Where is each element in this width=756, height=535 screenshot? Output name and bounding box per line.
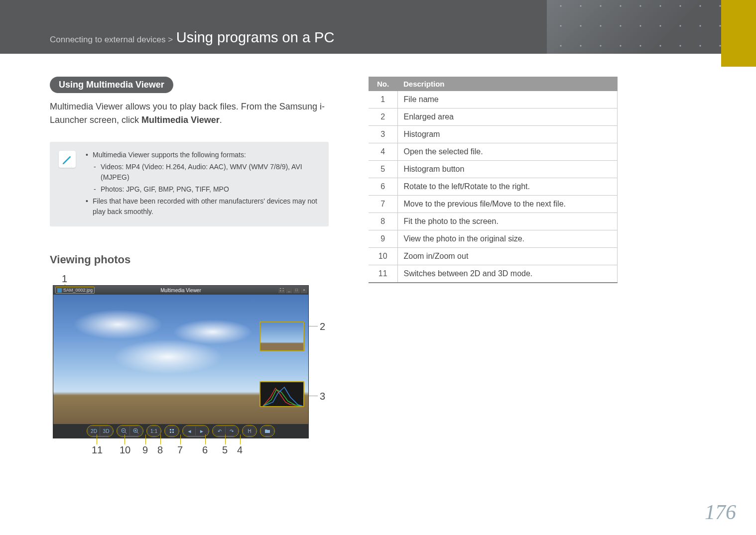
- file-icon: [57, 288, 62, 293]
- callout-8-line: [160, 434, 161, 444]
- callout-2: 2: [320, 321, 325, 332]
- maximize-icon[interactable]: □: [293, 287, 300, 293]
- viewer-filename: SAM_0002.jpg: [55, 287, 95, 294]
- table-row: 3Histogram: [369, 126, 618, 143]
- viewer-toolbar: 2D 3D 1:1 ◄ ►: [53, 424, 308, 438]
- table-row: 11Switches between 2D and 3D mode.: [369, 265, 618, 283]
- fit-screen-icon: [169, 428, 175, 434]
- viewer-window: SAM_0002.jpg Multimedia Viewer ⛶ _ □ ×: [53, 285, 309, 438]
- callout-9-line: [145, 434, 146, 444]
- page-number: 176: [705, 500, 736, 524]
- histogram-graph: [260, 382, 304, 407]
- table-row: 4Open the selected file.: [369, 143, 618, 161]
- table-cell-desc: Histogram: [397, 126, 618, 143]
- table-row: 1File name: [369, 91, 618, 108]
- intro-text-2: .: [220, 115, 222, 125]
- callout-7-line: [180, 434, 181, 444]
- table-row: 2Enlarged area: [369, 108, 618, 126]
- rotate-left-button[interactable]: ↶: [214, 427, 226, 435]
- svg-line-5: [137, 432, 138, 433]
- table-cell-no: 5: [369, 161, 397, 178]
- note-sub-2: Photos: JPG, GIF, BMP, PNG, TIFF, MPO: [86, 184, 319, 195]
- breadcrumb-current: Using programs on a PC: [176, 29, 335, 45]
- viewer-titlebar: SAM_0002.jpg Multimedia Viewer ⛶ _ □ ×: [53, 286, 308, 295]
- table-cell-no: 6: [369, 178, 397, 196]
- table-cell-no: 3: [369, 126, 397, 143]
- section-title-pill: Using Multimedia Viewer: [50, 77, 173, 93]
- callout-1: 1: [62, 273, 67, 285]
- callout-3-line: [309, 396, 318, 396]
- table-cell-desc: Enlarged area: [397, 108, 618, 126]
- subheading-viewing-photos: Viewing photos: [50, 253, 329, 266]
- callout-2-line: [309, 326, 318, 326]
- mode-2d-button[interactable]: 2D: [88, 427, 100, 435]
- table-row: 9View the photo in the original size.: [369, 230, 618, 248]
- callout-8: 8: [157, 444, 163, 456]
- svg-rect-9: [172, 429, 174, 430]
- viewer-app-title: Multimedia Viewer: [160, 288, 201, 293]
- table-cell-no: 11: [369, 265, 397, 283]
- table-cell-desc: Histogram button: [397, 161, 618, 178]
- histogram-button-group: H: [243, 426, 256, 436]
- svg-rect-0: [57, 288, 62, 293]
- histogram-button[interactable]: H: [244, 427, 255, 435]
- intro-text-bold: Multimedia Viewer: [141, 115, 220, 125]
- intro-paragraph: Multimedia Viewer allows you to play bac…: [50, 100, 329, 127]
- open-file-button[interactable]: [261, 427, 273, 435]
- mode-2d-3d-group: 2D 3D: [88, 426, 113, 436]
- table-cell-no: 2: [369, 108, 397, 126]
- table-cell-desc: File name: [397, 91, 618, 108]
- callout-5: 5: [222, 444, 228, 456]
- svg-rect-11: [172, 431, 174, 433]
- cloud-3: [113, 339, 223, 374]
- description-table: No. Description 1File name2Enlarged area…: [369, 77, 618, 283]
- table-row: 6Rotate to the left/Rotate to the right.: [369, 178, 618, 196]
- callout-11-line: [97, 434, 97, 444]
- close-icon[interactable]: ×: [301, 287, 307, 293]
- table-row: 10Zoom in/Zoom out: [369, 248, 618, 265]
- note-icon: [59, 151, 76, 168]
- callout-11: 11: [92, 444, 103, 456]
- open-file-group: [261, 426, 274, 436]
- svg-line-2: [125, 432, 126, 433]
- original-size-button[interactable]: 1:1: [148, 427, 160, 435]
- callout-4: 4: [237, 444, 243, 456]
- enlarged-area-panel: [259, 321, 304, 351]
- fit-screen-button[interactable]: [166, 427, 178, 435]
- breadcrumb: Connecting to external devices > Using p…: [50, 29, 334, 46]
- zoom-out-icon: [121, 428, 127, 434]
- callout-6-line: [205, 434, 206, 444]
- svg-rect-8: [170, 429, 171, 430]
- zoom-in-button[interactable]: [130, 427, 142, 435]
- breadcrumb-parent: Connecting to external devices >: [50, 35, 173, 44]
- table-cell-desc: View the photo in the original size.: [397, 230, 618, 248]
- table-cell-no: 8: [369, 213, 397, 230]
- cloud-1: [73, 310, 163, 339]
- next-file-button[interactable]: ►: [196, 427, 208, 435]
- table-cell-desc: Open the selected file.: [397, 143, 618, 161]
- table-header-desc: Description: [397, 77, 618, 91]
- fit-screen-group: [165, 426, 178, 436]
- rotate-right-button[interactable]: ↷: [226, 427, 238, 435]
- mode-3d-button[interactable]: 3D: [100, 427, 112, 435]
- note-sub-1: Videos: MP4 (Video: H.264, Audio: AAC), …: [86, 162, 319, 183]
- folder-icon: [264, 428, 270, 433]
- table-cell-no: 10: [369, 248, 397, 265]
- table-cell-no: 9: [369, 230, 397, 248]
- original-size-group: 1:1: [147, 426, 160, 436]
- prev-file-button[interactable]: ◄: [184, 427, 196, 435]
- table-cell-desc: Move to the previous file/Move to the ne…: [397, 196, 618, 213]
- viewer-filename-text: SAM_0002.jpg: [63, 288, 93, 293]
- zoom-out-button[interactable]: [118, 427, 130, 435]
- histogram-panel: ×: [259, 381, 304, 407]
- callout-10-line: [125, 434, 125, 444]
- note-box: Multimedia Viewer supports the following…: [50, 142, 329, 226]
- window-buttons: ⛶ _ □ ×: [278, 287, 307, 293]
- table-cell-desc: Fit the photo to the screen.: [397, 213, 618, 230]
- nav-group: ◄ ►: [183, 426, 208, 436]
- fullscreen-icon[interactable]: ⛶: [278, 287, 285, 293]
- zoom-in-icon: [133, 428, 139, 434]
- callout-3: 3: [320, 391, 325, 402]
- table-row: 7Move to the previous file/Move to the n…: [369, 196, 618, 213]
- minimize-icon[interactable]: _: [286, 287, 292, 293]
